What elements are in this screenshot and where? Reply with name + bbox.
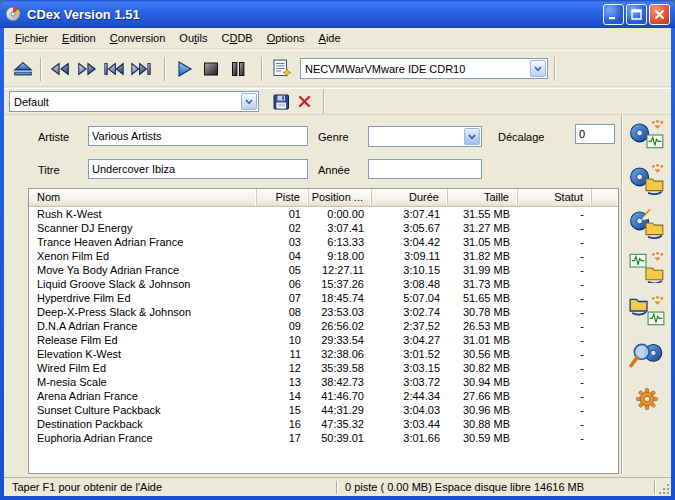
table-row[interactable]: Scanner DJ Energy023:07.413:05.6731.27 M… [29, 221, 618, 235]
cell-statut: - [518, 319, 592, 333]
column-header-taille[interactable]: Taille [448, 189, 518, 206]
rewind-button[interactable] [46, 56, 73, 82]
cell-position: 3:07.41 [309, 221, 372, 235]
table-row[interactable]: Release Film Ed1029:33.543:04.2731.01 MB… [29, 333, 618, 347]
table-row[interactable]: D.N.A Adrian France0926:56.022:37.5226.5… [29, 319, 618, 333]
menu-item-conversion[interactable]: Conversion [103, 29, 173, 47]
settings-button[interactable] [626, 382, 668, 416]
cell-dure: 3:03.44 [372, 417, 448, 431]
annee-input[interactable] [368, 159, 482, 179]
cell-piste: 16 [257, 417, 309, 431]
cell-statut: - [518, 277, 592, 291]
album-fields-panel: Artiste Genre Décalage Titre Année [4, 114, 671, 188]
cell-dure: 3:02.74 [372, 305, 448, 319]
extract-tracks-to-wav-button[interactable] [626, 118, 668, 152]
cell-taille: 31.27 MB [448, 221, 518, 235]
fast-forward-button[interactable] [73, 56, 100, 82]
title-bar[interactable]: CDex Version 1.51 [0, 0, 675, 28]
resize-grip[interactable] [655, 480, 671, 496]
cell-position: 50:39.01 [309, 431, 372, 445]
cell-statut: - [518, 417, 592, 431]
table-row[interactable]: Deep-X-Press Slack & Johnson0823:53.033:… [29, 305, 618, 319]
menu-item-options[interactable]: Options [260, 29, 312, 47]
chevron-down-icon[interactable] [241, 93, 257, 110]
extract-partial-track-button[interactable] [626, 206, 668, 240]
maximize-button[interactable] [626, 4, 647, 25]
cdex-app-icon [5, 6, 21, 22]
genre-combobox[interactable] [368, 126, 482, 147]
refresh-tracklist-button[interactable] [267, 56, 294, 82]
table-row[interactable]: Wired Film Ed1235:39.583:03.1530.82 MB- [29, 361, 618, 375]
decalage-input[interactable] [575, 124, 615, 144]
artiste-label: Artiste [38, 131, 69, 143]
cell-dure: 3:04.42 [372, 235, 448, 249]
play-button[interactable] [170, 56, 197, 82]
annee-label: Année [318, 164, 350, 176]
table-row[interactable]: Elevation K-West1132:38.063:01.5230.56 M… [29, 347, 618, 361]
column-header-position[interactable]: Position ... [309, 189, 372, 206]
cell-statut: - [518, 403, 592, 417]
cell-piste: 04 [257, 249, 309, 263]
cell-piste: 01 [257, 207, 309, 221]
cell-nom: Destination Packback [29, 417, 257, 431]
table-row[interactable]: Move Ya Body Adrian France0512:27.113:10… [29, 263, 618, 277]
table-row[interactable]: Liquid Groove Slack & Johnson0615:37.263… [29, 277, 618, 291]
refresh-tracklist-icon [270, 59, 292, 78]
cell-statut: - [518, 305, 592, 319]
menu-item-cddb[interactable]: CDDB [214, 29, 259, 47]
cell-nom: Move Ya Body Adrian France [29, 263, 257, 277]
cell-position: 32:38.06 [309, 347, 372, 361]
stop-button[interactable] [197, 56, 224, 82]
titre-input[interactable] [88, 159, 308, 179]
skip-end-button[interactable] [127, 56, 154, 82]
column-header-statut[interactable]: Statut [518, 189, 592, 206]
drive-combobox[interactable]: NECVMWarVMware IDE CDR10 [300, 58, 548, 79]
eject-button[interactable] [9, 56, 36, 82]
table-row[interactable]: Arena Adrian France1441:46.702:44.3427.6… [29, 389, 618, 403]
extract-tracks-to-compressed-button[interactable] [626, 162, 668, 196]
column-header-piste[interactable]: Piste [257, 189, 309, 206]
cell-taille: 30.82 MB [448, 361, 518, 375]
menu-item-edition[interactable]: Edition [55, 29, 103, 47]
convert-wav-to-compressed-button[interactable] [626, 250, 668, 284]
eject-icon [12, 61, 34, 77]
table-row[interactable]: Rush K-West010:00.003:07.4131.55 MB- [29, 207, 618, 221]
profile-combobox[interactable]: Default [9, 91, 259, 112]
cell-taille: 30.78 MB [448, 305, 518, 319]
cell-piste: 05 [257, 263, 309, 277]
menu-item-outils[interactable]: Outils [172, 29, 214, 47]
stop-icon [202, 61, 220, 77]
cell-taille: 30.59 MB [448, 431, 518, 445]
media-lookup-button[interactable] [626, 338, 668, 372]
cell-nom: Rush K-West [29, 207, 257, 221]
partial-cd-to-folder-icon [628, 207, 666, 239]
table-row[interactable]: Sunset Culture Packback1544:31.293:04.03… [29, 403, 618, 417]
skip-start-button[interactable] [100, 56, 127, 82]
cell-position: 18:45.74 [309, 291, 372, 305]
column-header-dure[interactable]: Durée [372, 189, 448, 206]
close-button[interactable] [649, 4, 670, 25]
toolbar-separator [261, 57, 263, 81]
minimize-button[interactable] [603, 4, 624, 25]
table-row[interactable]: M-nesia Scale1338:42.733:03.7230.94 MB- [29, 375, 618, 389]
table-row[interactable]: Euphoria Adrian France1750:39.013:01.663… [29, 431, 618, 445]
menu-item-aide[interactable]: Aide [312, 29, 348, 47]
table-row[interactable]: Destination Packback1647:35.323:03.4430.… [29, 417, 618, 431]
table-row[interactable]: Trance Heaven Adrian France036:13.333:04… [29, 235, 618, 249]
toolbar-separator [323, 90, 325, 114]
table-row[interactable]: Hyperdrive Film Ed0718:45.745:07.0451.65… [29, 291, 618, 305]
table-row[interactable]: Xenon Film Ed049:18.003:09.1131.82 MB- [29, 249, 618, 263]
genre-label: Genre [318, 131, 349, 143]
profile-combobox-value: Default [10, 96, 240, 108]
delete-profile-button[interactable] [293, 91, 315, 113]
pause-button[interactable] [224, 56, 251, 82]
drive-combobox-value: NECVMWarVMware IDE CDR10 [301, 63, 529, 75]
chevron-down-icon[interactable] [464, 128, 480, 145]
cell-dure: 5:07.04 [372, 291, 448, 305]
chevron-down-icon[interactable] [530, 60, 546, 77]
convert-compressed-to-wav-button[interactable] [626, 294, 668, 328]
menu-item-fichier[interactable]: Fichier [8, 29, 55, 47]
column-header-nom[interactable]: Nom [29, 189, 257, 206]
save-profile-button[interactable] [269, 91, 293, 113]
artiste-input[interactable] [88, 126, 308, 146]
